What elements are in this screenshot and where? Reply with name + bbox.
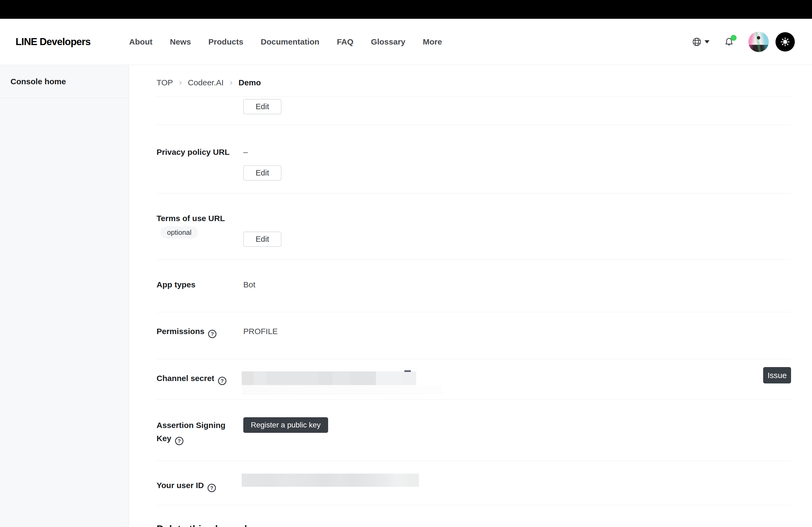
notification-green-dot [731,35,737,41]
settings-row-privacy-policy-url: Privacy policy URL – Edit [157,125,791,194]
optional-badge: optional [161,226,198,239]
top-black-bar [0,0,812,19]
main-content: TOP › Codeer.AI › Demo Edit Privacy poli… [129,65,812,527]
breadcrumb-provider[interactable]: Codeer.AI [188,78,223,87]
register-public-key-button[interactable]: Register a public key [243,417,328,433]
permissions-label: Permissions? [157,312,243,338]
nav-more[interactable]: More [423,37,442,46]
help-icon[interactable]: ? [208,330,216,338]
nav-about[interactable]: About [129,37,153,46]
delete-channel-section: Delete this channel [157,524,791,527]
main-nav: About News Products Documentation FAQ Gl… [129,37,442,46]
chevron-down-icon [705,40,709,44]
sidebar-item-label: Console home [11,77,66,86]
user-id-redacted-value [242,473,419,487]
line-developers-console-page: LINE Developers About News Products Docu… [0,0,812,527]
line-developers-logo[interactable]: LINE Developers [16,36,90,47]
nav-products[interactable]: Products [208,37,243,46]
theme-toggle-button[interactable] [775,32,795,51]
breadcrumb: TOP › Codeer.AI › Demo [157,65,791,96]
channel-secret-redacted-value [242,371,416,385]
language-selector[interactable] [692,37,709,46]
delete-channel-heading: Delete this channel [157,524,791,527]
edit-button[interactable]: Edit [243,231,281,247]
settings-row-assertion-signing-key: Assertion Signing Key? Register a public… [157,400,791,461]
edit-button[interactable]: Edit [243,99,281,114]
nav-documentation[interactable]: Documentation [261,37,319,46]
globe-icon [692,37,701,46]
permissions-value: PROFILE [243,312,791,336]
nav-glossary[interactable]: Glossary [371,37,405,46]
site-header: LINE Developers About News Products Docu… [0,19,812,65]
settings-row-your-user-id: Your user ID? [157,461,791,505]
settings-row-permissions: Permissions? PROFILE [157,312,791,359]
help-icon[interactable]: ? [175,437,184,445]
sidebar-item-console-home[interactable]: Console home [0,65,129,98]
help-icon[interactable]: ? [207,484,216,492]
edit-button[interactable]: Edit [243,165,281,181]
breadcrumb-current-channel: Demo [238,78,261,87]
breadcrumb-separator-icon: › [179,77,182,88]
settings-row-terms-of-use-url: Terms of use URL optional Edit [157,194,791,260]
channel-secret-redacted-shadow [242,385,443,395]
sidebar: Console home [0,65,129,527]
issue-button[interactable]: Issue [763,367,791,383]
privacy-policy-url-label: Privacy policy URL [157,125,243,156]
settings-row-partial: Edit [157,96,791,125]
settings-row-channel-secret: Channel secret? Issue [157,359,791,400]
avatar[interactable] [748,32,769,52]
terms-of-use-url-label: Terms of use URL [157,194,243,223]
breadcrumb-separator-icon: › [230,77,233,88]
privacy-policy-url-value: – [243,125,791,156]
sun-icon [779,36,791,48]
assertion-signing-key-label: Assertion Signing Key? [157,400,243,445]
app-types-value: Bot [243,260,791,289]
notifications-button[interactable] [724,37,734,47]
settings-row-app-types: App types Bot [157,260,791,312]
nav-news[interactable]: News [170,37,191,46]
breadcrumb-top[interactable]: TOP [157,78,173,87]
redaction-artifact [404,370,411,372]
channel-secret-label: Channel secret? [157,359,243,385]
app-types-label: App types [157,260,243,289]
nav-faq[interactable]: FAQ [337,37,353,46]
header-right-cluster [692,32,795,52]
help-icon[interactable]: ? [218,377,226,385]
your-user-id-label: Your user ID? [157,461,243,492]
